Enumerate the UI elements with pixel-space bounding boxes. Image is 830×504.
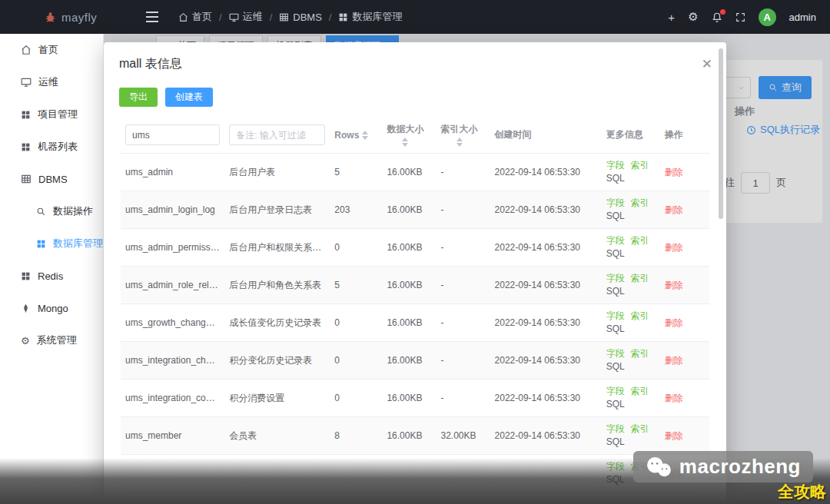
delete-link[interactable]: 删除: [665, 430, 683, 441]
sidebar-item-redis[interactable]: Redis: [0, 260, 103, 292]
rows-cell: 203: [330, 191, 382, 229]
sort-icon[interactable]: [456, 138, 463, 147]
create-table-button[interactable]: 创建表: [165, 88, 213, 107]
breadcrumb-home[interactable]: 首页: [178, 10, 212, 24]
delete-link[interactable]: 删除: [665, 393, 683, 403]
sidebar-item-db-manage[interactable]: 数据库管理: [0, 227, 103, 260]
export-button[interactable]: 导出: [119, 88, 158, 107]
delete-link[interactable]: 删除: [665, 280, 683, 290]
watermark: macrozheng: [633, 451, 813, 482]
table-row: ums_admin_login_log后台用户登录日志表20316.00KB-2…: [121, 191, 709, 229]
rows-cell: 5: [330, 154, 382, 191]
rows-cell: 0: [330, 304, 382, 342]
index-size-header: 索引大小: [441, 123, 478, 136]
comment-cell: 成长值变化历史记录表: [224, 304, 330, 342]
data-size-cell: 16.00KB: [382, 191, 436, 229]
app-title: mayfly: [61, 11, 97, 24]
sql-link[interactable]: SQL: [606, 361, 625, 372]
settings-gear-icon[interactable]: ⚙: [688, 10, 698, 24]
created-cell: 2022-09-14 06:53:30: [490, 342, 602, 380]
sql-link[interactable]: SQL: [606, 286, 625, 297]
created-cell: 2022-09-14 06:53:30: [490, 380, 602, 417]
index-link[interactable]: 索引: [631, 310, 649, 321]
sort-icon[interactable]: [402, 138, 408, 147]
username-label: admin: [789, 12, 816, 23]
fields-link[interactable]: 字段: [606, 235, 625, 246]
fields-link[interactable]: 字段: [606, 386, 625, 396]
menu-toggle-icon[interactable]: [146, 12, 158, 22]
dialog-toolbar: 导出 创建表: [104, 72, 726, 117]
index-size-cell: -: [437, 191, 490, 229]
fields-link[interactable]: 字段: [606, 273, 625, 284]
create-time-header: 创建时间: [490, 117, 602, 154]
table-icon: [21, 174, 32, 184]
fields-link[interactable]: 字段: [606, 461, 625, 472]
monitor-icon: [229, 12, 239, 22]
fields-link[interactable]: 字段: [606, 197, 625, 208]
delete-link[interactable]: 删除: [665, 355, 683, 366]
notification-bell-icon[interactable]: [712, 12, 722, 23]
sidebar-item-dbms[interactable]: DBMS: [0, 163, 103, 195]
index-link[interactable]: 索引: [631, 386, 649, 396]
delete-link[interactable]: 删除: [665, 242, 683, 253]
action-cell: 删除: [660, 304, 709, 342]
sql-link[interactable]: SQL: [606, 474, 625, 485]
tables-table: Rows 数据大小 索引大小 创建时间 更多信息 操作 ums_admin后台用…: [121, 117, 709, 492]
rows-header: Rows: [334, 130, 359, 141]
vertical-scrollbar[interactable]: [719, 48, 723, 219]
table-name-cell: ums_member: [121, 417, 224, 455]
fields-link[interactable]: 字段: [606, 348, 625, 359]
data-size-cell: 16.00KB: [382, 229, 436, 267]
sort-icon[interactable]: [362, 131, 368, 140]
fields-link[interactable]: 字段: [606, 423, 625, 434]
dialog-title: mall 表信息: [119, 57, 182, 70]
index-link[interactable]: 索引: [631, 160, 649, 171]
sql-link[interactable]: SQL: [606, 323, 625, 334]
table-name-filter-input[interactable]: [125, 124, 220, 145]
add-icon[interactable]: +: [668, 11, 675, 24]
sidebar-item-system[interactable]: ⚙ 系统管理: [0, 324, 103, 356]
search-icon: [36, 207, 46, 217]
comment-filter-input[interactable]: [229, 124, 325, 145]
data-size-cell: 16.00KB: [382, 304, 436, 342]
table-name-cell: ums_integration_consu...: [121, 380, 224, 417]
more-info-cell: 字段索引SQL: [602, 417, 660, 455]
sql-link[interactable]: SQL: [606, 211, 625, 221]
table-name-cell: [121, 455, 224, 492]
index-link[interactable]: 索引: [631, 423, 649, 434]
index-link[interactable]: 索引: [631, 235, 649, 246]
index-link[interactable]: 索引: [631, 273, 649, 284]
sidebar-item-ops[interactable]: 运维: [0, 66, 103, 98]
breadcrumb-db-manage[interactable]: 数据库管理: [338, 10, 402, 24]
sql-link[interactable]: SQL: [606, 173, 625, 184]
action-cell: 删除: [660, 154, 709, 191]
breadcrumb-dbms[interactable]: DBMS: [279, 12, 322, 23]
sidebar-item-home[interactable]: 首页: [0, 34, 103, 66]
sql-link[interactable]: SQL: [606, 436, 625, 447]
sidebar-item-data-ops[interactable]: 数据操作: [0, 195, 103, 227]
sidebar-item-projects[interactable]: 项目管理: [0, 98, 103, 131]
index-size-cell: -: [437, 342, 490, 380]
fullscreen-icon[interactable]: [735, 12, 745, 22]
sidebar-item-mongo[interactable]: Mongo: [0, 292, 103, 324]
fields-link[interactable]: 字段: [606, 160, 625, 171]
sql-link[interactable]: SQL: [606, 248, 625, 259]
index-link[interactable]: 索引: [631, 348, 649, 359]
delete-link[interactable]: 删除: [665, 317, 683, 328]
user-avatar[interactable]: A: [759, 8, 776, 26]
wechat-icon: [646, 456, 672, 478]
navbar-actions: + ⚙ A admin: [668, 8, 830, 26]
table-name-cell: ums_admin_permission...: [121, 229, 224, 267]
delete-link[interactable]: 删除: [665, 167, 683, 177]
sql-link[interactable]: SQL: [606, 399, 625, 410]
action-cell: 删除: [660, 417, 709, 455]
delete-link[interactable]: 删除: [665, 204, 683, 215]
index-link[interactable]: 索引: [631, 197, 649, 208]
comment-cell: 积分变化历史记录表: [224, 342, 330, 380]
breadcrumb-ops[interactable]: 运维: [229, 10, 263, 24]
close-icon[interactable]: ✕: [702, 58, 712, 71]
sidebar-item-machines[interactable]: 机器列表: [0, 131, 103, 163]
fields-link[interactable]: 字段: [606, 310, 625, 321]
data-size-cell: 16.00KB: [382, 154, 436, 191]
data-size-cell: 16.00KB: [382, 267, 436, 304]
